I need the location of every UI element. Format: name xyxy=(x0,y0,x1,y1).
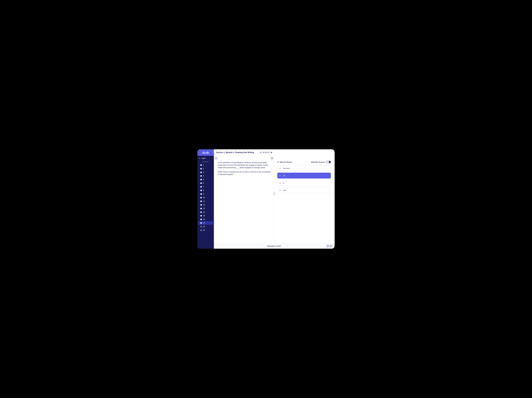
collapse-right-button[interactable] xyxy=(271,157,273,159)
choice-text: has been xyxy=(283,167,290,169)
question-number-label: 5 xyxy=(203,179,204,181)
choice-text: are xyxy=(283,175,285,176)
svg-rect-3 xyxy=(272,158,272,159)
question-nav-item[interactable]: 18 xyxy=(198,225,213,228)
question-number-label: 10 xyxy=(203,197,205,199)
eliminate-toggle[interactable] xyxy=(326,161,331,163)
answer-pane: Mark for Review Eliminate Answers Ahas b… xyxy=(274,156,335,243)
panel-left-icon xyxy=(215,158,217,159)
bookmark-icon xyxy=(277,161,279,163)
timer-value: 00:26:33 xyxy=(262,151,270,154)
status-dot-icon xyxy=(200,197,202,199)
question-nav-item[interactable]: 19 xyxy=(198,228,213,232)
choice-letter: B xyxy=(279,175,281,176)
question-nav-item[interactable]: 8 xyxy=(198,189,213,192)
question-nav-item[interactable]: 12 xyxy=(198,203,213,207)
question-number-label: 1 xyxy=(203,164,204,166)
mark-for-review-button[interactable]: Mark for Review xyxy=(277,161,292,163)
question-nav-item[interactable]: 15 xyxy=(198,214,213,218)
status-dot-icon xyxy=(200,168,202,169)
pane-divider xyxy=(274,156,274,243)
question-number-label: 11 xyxy=(203,200,205,202)
answer-choice[interactable]: Dwere xyxy=(277,187,331,193)
question-nav-item[interactable]: 3 xyxy=(198,171,213,174)
status-dot-icon xyxy=(200,208,202,209)
top-bar: Section 1, Module 1: Reading And Writing… xyxy=(214,149,335,156)
arrow-right-icon xyxy=(330,246,331,247)
answer-choice[interactable]: Bare xyxy=(277,173,331,179)
choice-letter: A xyxy=(279,167,281,169)
answer-choices: Ahas beenBareCisDwere xyxy=(277,165,331,193)
toggle-knob xyxy=(329,161,330,163)
question-number-label: 16 xyxy=(203,218,205,220)
sidebar: Acely DSAT Questions 1234567891011121314… xyxy=(197,149,214,249)
question-nav-item[interactable]: 1 xyxy=(198,163,213,167)
question-nav-item[interactable]: 11 xyxy=(198,199,213,203)
content-split: In the exploration of psychological resi… xyxy=(214,156,335,243)
passage-paragraph-1: In the exploration of psychological resi… xyxy=(218,161,271,169)
status-dot-icon xyxy=(200,182,202,184)
question-number-label: 9 xyxy=(203,193,204,195)
arrow-left-icon xyxy=(327,246,328,247)
question-nav-item[interactable]: 9 xyxy=(198,192,213,196)
question-number-label: 12 xyxy=(203,204,205,206)
question-number-label: 7 xyxy=(203,186,204,188)
mark-review-label: Mark for Review xyxy=(280,161,292,163)
question-number-label: 15 xyxy=(203,215,205,217)
question-nav-item[interactable]: 13 xyxy=(198,207,213,210)
eliminate-answers-control: Eliminate Answers xyxy=(311,161,331,163)
passage-paragraph-2: Which choice completes the text so that … xyxy=(218,171,271,176)
footer-bar: Question 17 of 27 xyxy=(214,243,335,249)
question-nav-item[interactable]: 17 xyxy=(198,221,213,225)
question-number-label: 2 xyxy=(203,168,204,170)
review-row: Mark for Review Eliminate Answers xyxy=(277,161,331,163)
passage-text: In the exploration of psychological resi… xyxy=(218,161,271,176)
answer-choice[interactable]: Cis xyxy=(277,180,331,186)
question-progress: Question 17 of 27 xyxy=(268,245,281,247)
question-nav-item[interactable]: 4 xyxy=(198,174,213,178)
clock-icon xyxy=(260,152,262,154)
prev-question-button[interactable] xyxy=(327,245,329,247)
timer: 00:26:33 xyxy=(260,151,272,154)
logo-bar: Acely xyxy=(197,149,214,156)
back-label: DSAT xyxy=(202,158,205,159)
choice-letter: C xyxy=(279,182,281,184)
status-dot-icon xyxy=(200,164,202,166)
resize-handle[interactable] xyxy=(274,192,275,195)
questions-heading: Questions xyxy=(197,160,214,163)
question-nav-item[interactable]: 5 xyxy=(198,178,213,181)
question-number-label: 17 xyxy=(203,222,205,224)
app-frame: Acely DSAT Questions 1234567891011121314… xyxy=(197,149,335,249)
arrow-left-icon xyxy=(199,157,201,159)
question-nav-item[interactable]: 7 xyxy=(198,185,213,189)
status-dot-icon xyxy=(200,219,202,220)
status-dot-icon xyxy=(200,230,202,231)
answer-choice[interactable]: Ahas been xyxy=(277,165,331,171)
question-number-label: 6 xyxy=(203,182,204,184)
eye-off-icon[interactable] xyxy=(270,152,272,154)
back-button[interactable]: DSAT xyxy=(197,156,214,160)
status-dot-icon xyxy=(200,179,202,180)
question-number-label: 14 xyxy=(203,211,205,213)
nav-arrows xyxy=(327,245,332,247)
question-nav-item[interactable]: 2 xyxy=(198,167,213,171)
status-dot-icon xyxy=(200,204,202,206)
question-nav-item[interactable]: 14 xyxy=(198,210,213,214)
status-dot-icon xyxy=(200,175,202,177)
eliminate-label: Eliminate Answers xyxy=(311,161,325,163)
next-question-button[interactable] xyxy=(330,245,332,247)
svg-rect-5 xyxy=(216,158,217,159)
question-number-label: 19 xyxy=(203,229,205,231)
question-nav-item[interactable]: 16 xyxy=(198,218,213,221)
question-list[interactable]: 12345678910111213141516171819 xyxy=(197,163,214,249)
question-nav-item[interactable]: 10 xyxy=(198,196,213,199)
question-nav-item[interactable]: 6 xyxy=(198,181,213,185)
question-number-label: 13 xyxy=(203,207,205,210)
status-dot-icon xyxy=(200,172,202,173)
question-number-label: 3 xyxy=(203,171,204,173)
choice-letter: D xyxy=(279,189,281,191)
choice-text: were xyxy=(283,189,287,191)
collapse-left-button[interactable] xyxy=(215,157,217,159)
choice-text: is xyxy=(283,182,284,184)
section-title: Section 1, Module 1: Reading And Writing xyxy=(216,151,332,154)
